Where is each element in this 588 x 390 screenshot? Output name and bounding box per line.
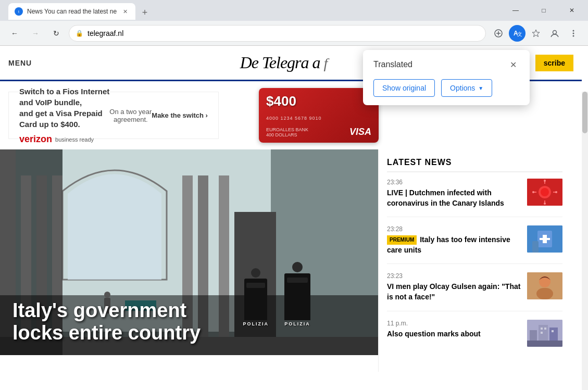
news-item-content: 23:23 VI men play Olcay Gulsen again: "T… (387, 272, 521, 302)
popup-buttons: Show original Options ▼ (373, 79, 519, 97)
premium-badge: PREMIUM (387, 235, 417, 245)
card-amount: $400 (266, 93, 296, 109)
forward-button[interactable]: → (27, 25, 44, 42)
ad-text: Switch to a Fios Internet and VoIP bundl… (19, 86, 109, 145)
person-icon (527, 272, 562, 299)
menu-dots-button[interactable] (565, 25, 582, 42)
svg-point-28 (541, 188, 549, 196)
news-headline: Also question marks about (387, 329, 521, 339)
lock-icon: 🔒 (76, 30, 83, 37)
news-time: 23:23 (387, 272, 521, 280)
options-button[interactable]: Options ▼ (441, 79, 492, 97)
new-tab-button[interactable]: + (137, 5, 152, 20)
news-headline: VI men play Olcay Gulsen again: "That is… (387, 282, 521, 302)
svg-rect-44 (536, 288, 553, 299)
close-button[interactable]: ✕ (560, 3, 584, 18)
hero-headline: Italy's government locks entire country (12, 299, 366, 345)
news-time: 11 p.m. (387, 320, 521, 327)
svg-rect-53 (552, 330, 554, 332)
address-bar[interactable]: 🔒 (69, 25, 486, 42)
website-content: MENU De Telegra a f scribe Switch to a F… (0, 46, 582, 390)
news-headline: LIVE | Dutchmen infected with coronaviru… (387, 188, 521, 208)
visa-logo: VISA (349, 127, 371, 137)
news-item-content: 23:36 LIVE | Dutchmen infected with coro… (387, 179, 521, 208)
main-content: POLIZIA POLIZIA (0, 149, 582, 372)
news-item-content: 23:28 PREMIUMItaly has too few intensive… (387, 225, 521, 255)
svg-rect-49 (527, 341, 562, 347)
city-icon (527, 320, 562, 347)
svg-point-34 (544, 203, 546, 205)
ad-headline: Switch to a Fios Internet and VoIP bundl… (19, 86, 109, 130)
menu-button[interactable]: MENU (8, 59, 32, 67)
svg-text:文: 文 (517, 31, 522, 37)
browser-tab[interactable]: t News You can read the latest ne ✕ (8, 3, 135, 20)
popup-header: Translated ✕ (373, 58, 519, 71)
make-switch-link[interactable]: Make the switch (152, 111, 208, 119)
news-item[interactable]: 23:28 PREMIUMItaly has too few intensive… (387, 225, 562, 264)
svg-rect-41 (532, 241, 539, 253)
news-thumbnail (527, 225, 562, 253)
back-button[interactable]: ← (6, 25, 23, 42)
svg-text:t: t (18, 10, 19, 14)
news-item-content: 11 p.m. Also question marks about (387, 320, 521, 347)
account-button[interactable] (546, 25, 563, 42)
title-bar: t News You can read the latest ne ✕ + — … (0, 0, 588, 21)
hospital-icon (527, 225, 562, 253)
popup-close-button[interactable]: ✕ (507, 58, 519, 71)
news-item[interactable]: 11 p.m. Also question marks about (387, 320, 562, 355)
nav-bar: ← → ↻ 🔒 A文 (0, 21, 588, 46)
svg-marker-7 (532, 30, 540, 37)
tab-title: News You can read the latest ne (27, 8, 117, 15)
svg-rect-40 (540, 238, 550, 240)
ad-banner: Switch to a Fios Internet and VoIP bundl… (8, 92, 219, 139)
svg-point-36 (555, 191, 557, 193)
city-thumbnail (527, 320, 562, 347)
scrollbar-thumb[interactable] (582, 92, 587, 133)
hospital-thumbnail (527, 225, 562, 253)
svg-point-35 (532, 191, 534, 193)
website-wrapper: MENU De Telegra a f scribe Switch to a F… (0, 46, 588, 390)
news-thumbnail (527, 320, 562, 347)
translate-popup: Translated ✕ Show original Options ▼ (363, 50, 530, 105)
svg-point-11 (573, 35, 574, 36)
show-original-button[interactable]: Show original (373, 79, 435, 97)
svg-point-43 (539, 276, 551, 287)
hero-text-overlay: Italy's government locks entire country (12, 299, 366, 345)
minimize-button[interactable]: — (504, 3, 528, 18)
translate-icon-button[interactable]: A文 (509, 25, 526, 42)
news-time: 23:36 (387, 179, 521, 186)
maximize-button[interactable]: □ (532, 3, 556, 18)
card-number: 4000 1234 5678 9010 (266, 116, 322, 121)
svg-rect-50 (541, 328, 543, 330)
window-controls: — □ ✕ (504, 3, 584, 18)
svg-rect-52 (541, 332, 543, 334)
news-headline: PREMIUMItaly has too few intensive care … (387, 235, 521, 255)
person-thumbnail (527, 272, 562, 299)
latest-news-title: LATEST NEWS (387, 158, 562, 172)
tab-close-button[interactable]: ✕ (121, 7, 129, 16)
news-item[interactable]: 23:36 LIVE | Dutchmen infected with coro… (387, 179, 562, 217)
tab-favicon: t (15, 7, 23, 16)
news-thumbnail (527, 272, 562, 299)
virus-icon (527, 179, 562, 206)
svg-point-9 (573, 30, 574, 31)
news-thumbnail (527, 179, 562, 206)
site-logo: De Telegra a f (240, 53, 328, 72)
card-bank: EUROALLES BANK400 DOLLARS (266, 127, 308, 137)
hero-image: POLIZIA POLIZIA (0, 149, 378, 355)
subscribe-button[interactable]: scribe (535, 55, 573, 71)
url-input[interactable] (87, 29, 479, 37)
svg-point-33 (544, 180, 546, 182)
news-item[interactable]: 23:23 VI men play Olcay Gulsen again: "T… (387, 272, 562, 311)
bookmark-star-button[interactable] (528, 25, 544, 42)
popup-title: Translated (373, 60, 412, 69)
reload-button[interactable]: ↻ (48, 25, 65, 42)
verizon-logo: verizon (19, 134, 52, 145)
virus-thumbnail (527, 179, 562, 206)
svg-point-10 (573, 32, 574, 34)
add-bookmark-button[interactable] (490, 25, 507, 42)
svg-point-8 (553, 30, 557, 34)
side-panel: LATEST NEWS 23:36 LIVE | Dutchmen infect… (378, 149, 571, 372)
news-time: 23:28 (387, 225, 521, 233)
dropdown-arrow-icon: ▼ (478, 85, 483, 91)
